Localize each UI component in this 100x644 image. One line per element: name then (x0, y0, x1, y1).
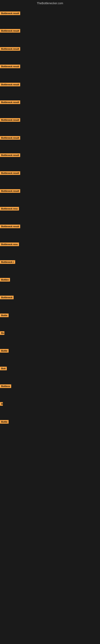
bottleneck-badge-3[interactable]: Bottleneck result (0, 47, 20, 51)
bottleneck-badge-container-9: Bottleneck result (0, 153, 20, 158)
bottleneck-badge-21[interactable]: Bott (0, 367, 7, 370)
bottleneck-badge-9[interactable]: Bottleneck result (0, 153, 20, 157)
bottleneck-badge-container-17: Bottleneck (0, 296, 14, 300)
bottleneck-badge-container-14: Bottleneck resu (0, 242, 19, 247)
bottleneck-badge-8[interactable]: Bottleneck result (0, 136, 20, 140)
bottleneck-badge-container-3: Bottleneck result (0, 47, 20, 52)
bottleneck-badge-container-7: Bottleneck result (0, 118, 20, 122)
bottleneck-badge-container-19: Bo (0, 331, 4, 336)
bottleneck-badge-container-24: Bottle (0, 420, 9, 424)
bottleneck-badge-23[interactable]: B (0, 402, 3, 406)
bottleneck-badge-17[interactable]: Bottleneck (0, 296, 14, 299)
bottleneck-badge-container-13: Bottleneck result (0, 224, 20, 229)
bottleneck-badge-22[interactable]: Bottlens (0, 384, 11, 388)
bottleneck-badge-20[interactable]: Bottle (0, 349, 9, 352)
bottleneck-badge-14[interactable]: Bottleneck resu (0, 242, 19, 246)
bottleneck-badge-container-5: Bottleneck result (0, 83, 20, 87)
bottleneck-badge-5[interactable]: Bottleneck result (0, 83, 20, 86)
bottleneck-badge-24[interactable]: Bottle (0, 420, 9, 424)
bottleneck-badge-container-23: B (0, 402, 3, 406)
bottleneck-badge-2[interactable]: Bottleneck result (0, 29, 20, 32)
bottleneck-badge-container-22: Bottlens (0, 384, 11, 389)
bottleneck-badge-container-1: Bottleneck result (0, 12, 20, 16)
site-title: TheBottlenecker.com (0, 0, 100, 6)
bottleneck-badge-container-20: Bottle (0, 349, 9, 354)
bottleneck-badge-10[interactable]: Bottleneck result (0, 171, 20, 175)
bottleneck-badge-7[interactable]: Bottleneck result (0, 118, 20, 122)
bottleneck-badge-16[interactable]: Bottlen (0, 278, 10, 282)
bottleneck-badge-container-11: Bottleneck result (0, 189, 20, 194)
bottleneck-badge-container-8: Bottleneck result (0, 136, 20, 140)
bottleneck-badge-container-15: Bottleneck r (0, 260, 15, 265)
bottleneck-badge-container-12: Bottleneck resu (0, 207, 19, 211)
bottleneck-badge-4[interactable]: Bottleneck result (0, 64, 20, 68)
bottleneck-badge-12[interactable]: Bottleneck resu (0, 207, 19, 210)
bottleneck-badge-6[interactable]: Bottleneck result (0, 100, 20, 104)
bottleneck-badge-container-10: Bottleneck result (0, 171, 20, 176)
bottleneck-badge-container-2: Bottleneck result (0, 29, 20, 34)
bottleneck-badge-container-16: Bottlen (0, 278, 10, 282)
bottleneck-badge-1[interactable]: Bottleneck result (0, 12, 20, 15)
bottleneck-badge-container-4: Bottleneck result (0, 64, 20, 69)
bottleneck-badge-container-6: Bottleneck result (0, 100, 20, 105)
bottleneck-badge-19[interactable]: Bo (0, 331, 4, 335)
bottleneck-badge-13[interactable]: Bottleneck result (0, 224, 20, 228)
bottleneck-badge-15[interactable]: Bottleneck r (0, 260, 15, 264)
bottleneck-badge-container-18: Bottle (0, 314, 9, 318)
bottleneck-badge-11[interactable]: Bottleneck result (0, 189, 20, 193)
bottleneck-badge-container-21: Bott (0, 367, 7, 371)
bottleneck-badge-18[interactable]: Bottle (0, 314, 9, 317)
